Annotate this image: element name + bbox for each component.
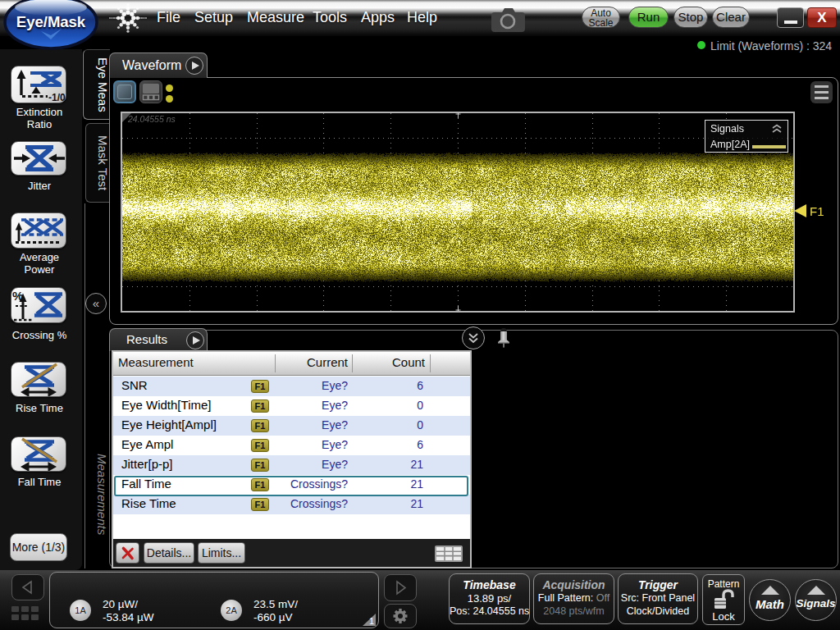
svg-text:Eye/Mask: Eye/Mask: [16, 13, 86, 30]
svg-text:-1/0: -1/0: [48, 92, 66, 103]
